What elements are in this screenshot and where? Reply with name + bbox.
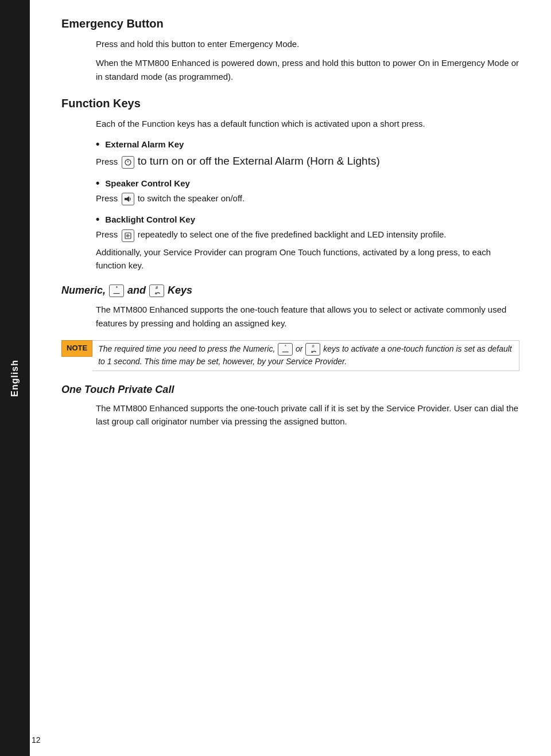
bullet-dot-2: • xyxy=(96,177,99,189)
numeric-heading-post: Keys xyxy=(168,285,192,296)
speaker-press-pre: Press xyxy=(96,193,118,203)
speaker-control-para: Press to switch the speaker on/off. xyxy=(96,192,519,205)
speaker-press-post: to switch the speaker on/off. xyxy=(138,193,245,203)
note-text-pre: The required time you need to press the … xyxy=(98,344,277,353)
note-star-bottom: — xyxy=(282,349,289,355)
star-key-content: * — xyxy=(114,286,120,297)
svg-marker-4 xyxy=(127,196,129,202)
one-touch-heading: One Touch Private Call xyxy=(61,384,519,396)
one-touch-para: The MTM800 Enhanced supports the one-tou… xyxy=(96,402,519,428)
external-alarm-para: Press to turn on or off the External Ala… xyxy=(96,153,519,169)
additional-para: Additionally, your Service Provider can … xyxy=(96,245,519,272)
sidebar-label: English xyxy=(10,360,20,397)
note-star-key-content: * — xyxy=(282,344,289,355)
external-alarm-press-post: to turn on or off the External Alarm (Ho… xyxy=(138,155,380,167)
backlight-control-para: Press repeatedly to select one of the fi… xyxy=(96,228,519,241)
function-keys-section: Function Keys Each of the Function keys … xyxy=(61,97,519,272)
note-hash-bottom: ⤺ xyxy=(311,349,316,355)
speaker-key-icon xyxy=(122,193,134,205)
note-hash-key-icon: # ⤺ xyxy=(305,343,320,356)
function-keys-heading: Function Keys xyxy=(61,97,519,110)
note-star-key-icon: * — xyxy=(278,343,293,356)
page-wrapper: English Emergency Button Press and hold … xyxy=(0,0,551,756)
hash-key-content: # ⤺ xyxy=(154,286,160,297)
numeric-heading-and: and xyxy=(127,285,149,296)
backlight-control-heading-text: Backlight Control Key xyxy=(105,215,195,224)
svg-point-2 xyxy=(127,159,129,160)
note-text: The required time you need to press the … xyxy=(92,340,519,371)
star-key-icon: * — xyxy=(109,285,124,297)
svg-rect-3 xyxy=(125,198,127,200)
note-hash-key-content: # ⤺ xyxy=(311,344,316,355)
bullet-dot-1: • xyxy=(96,138,99,150)
note-text-or: or xyxy=(296,344,305,353)
note-box: NOTE The required time you need to press… xyxy=(61,340,519,371)
emergency-button-para2: When the MTM800 Enhanced is powered down… xyxy=(96,56,519,83)
backlight-key-icon xyxy=(122,229,134,242)
sidebar: English xyxy=(0,0,30,756)
hash-key-icon: # ⤺ xyxy=(149,285,164,297)
backlight-press-post: repeatedly to select one of the five pre… xyxy=(138,229,447,239)
backlight-control-bullet-heading: • Backlight Control Key xyxy=(96,213,519,225)
one-touch-section: One Touch Private Call The MTM800 Enhanc… xyxy=(61,384,519,428)
numeric-keys-section: Numeric, * — and # ⤺ Keys xyxy=(61,285,519,371)
emergency-button-heading: Emergency Button xyxy=(61,17,519,30)
function-keys-intro: Each of the Function keys has a default … xyxy=(96,117,519,130)
external-alarm-heading-text: External Alarm Key xyxy=(105,139,184,149)
speaker-control-heading-text: Speaker Control Key xyxy=(105,178,190,188)
emergency-button-para1: Press and hold this button to enter Emer… xyxy=(96,37,519,50)
star-key-bottom: — xyxy=(114,290,120,297)
external-alarm-press-pre: Press xyxy=(96,157,118,166)
backlight-press-pre: Press xyxy=(96,229,118,239)
external-alarm-bullet-heading: • External Alarm Key xyxy=(96,138,519,150)
numeric-keys-para: The MTM800 Enhanced supports the one-tou… xyxy=(96,303,519,330)
page-number: 12 xyxy=(32,735,41,745)
main-content: Emergency Button Press and hold this but… xyxy=(30,0,551,756)
alarm-key-icon xyxy=(122,156,134,169)
bullet-dot-3: • xyxy=(96,213,99,225)
numeric-heading-pre: Numeric, xyxy=(61,285,106,296)
numeric-keys-heading: Numeric, * — and # ⤺ Keys xyxy=(61,285,519,297)
note-label: NOTE xyxy=(61,340,92,357)
hash-key-bottom: ⤺ xyxy=(154,290,160,297)
speaker-control-bullet-heading: • Speaker Control Key xyxy=(96,177,519,189)
